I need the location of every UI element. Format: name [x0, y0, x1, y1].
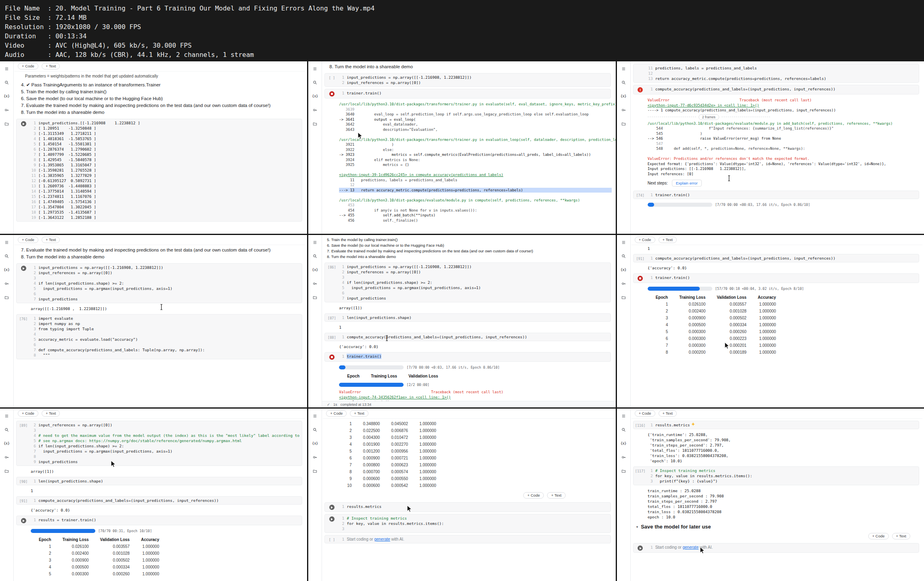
menu-icon[interactable] — [312, 239, 318, 245]
folder-icon[interactable] — [4, 120, 10, 127]
section-heading[interactable]: ▾Save the model for later use — [631, 520, 922, 531]
search-icon[interactable] — [620, 79, 627, 86]
add-text-button[interactable]: + Text — [42, 63, 60, 69]
folder-icon[interactable] — [620, 294, 627, 300]
code-cell[interactable]: [88]1compute_accuracy(predictions_and_la… — [324, 333, 610, 341]
variables-icon[interactable]: {x} — [312, 440, 318, 447]
code-cell[interactable]: 1input_predictions = np.array([[-1.21690… — [16, 263, 302, 303]
menu-icon[interactable] — [620, 239, 627, 245]
run-cell-button[interactable] — [329, 516, 335, 522]
variables-icon[interactable]: {x} — [312, 93, 318, 99]
stop-cell-button[interactable] — [638, 276, 643, 281]
add-code-button[interactable]: + Code — [18, 237, 38, 243]
search-icon[interactable] — [620, 426, 627, 433]
menu-icon[interactable] — [4, 65, 10, 72]
add-text-button[interactable]: + Text — [547, 492, 565, 499]
notebook-frame-1[interactable]: {x}+ Code+ TextParameters = weights/patt… — [0, 61, 307, 234]
code-cell[interactable]: 1results.metrics — [324, 502, 610, 512]
code-cell[interactable]: [91]1compute_accuracy(predictions_and_la… — [16, 496, 302, 505]
key-icon[interactable] — [312, 454, 318, 460]
run-cell-button[interactable] — [638, 545, 643, 551]
code-editor[interactable]: 1trainer.train() — [646, 275, 917, 281]
add-code-button[interactable]: + Code — [18, 63, 38, 69]
search-icon[interactable] — [312, 426, 318, 433]
add-text-button[interactable]: + Text — [42, 410, 60, 417]
code-cell[interactable]: 1trainer.train() — [324, 89, 610, 99]
code-editor[interactable]: 1input_predictions = np.array([[-1.21690… — [338, 75, 608, 85]
run-cell-button[interactable] — [21, 121, 26, 126]
code-editor[interactable]: 1len(input_predictions.shape) — [338, 315, 608, 320]
code-editor[interactable]: 1# Inspect training metrics2for key, val… — [646, 468, 917, 484]
menu-icon[interactable] — [312, 65, 318, 72]
search-icon[interactable] — [4, 79, 10, 86]
code-editor[interactable]: 11predictions, labels = predictions_and_… — [646, 65, 917, 81]
run-cell-button[interactable] — [21, 518, 26, 523]
add-text-button[interactable]: + Text — [892, 533, 910, 539]
add-code-button[interactable]: + Code — [18, 410, 38, 417]
code-editor[interactable]: 1trainer.train() — [646, 192, 917, 197]
folder-icon[interactable] — [4, 294, 10, 300]
code-cell[interactable]: [74]1trainer.train() — [633, 191, 919, 199]
variables-icon[interactable]: {x} — [620, 93, 627, 99]
explain-error-button[interactable]: Explain error — [672, 180, 702, 187]
code-editor[interactable]: 1input_predictions.[[-1.216908 1.2238812… — [29, 120, 300, 220]
folder-icon[interactable] — [312, 294, 318, 300]
menu-icon[interactable] — [4, 413, 10, 419]
code-cell[interactable]: [ ]1Start coding or generate with AI. — [324, 535, 610, 543]
code-cell[interactable]: 11predictions, labels = predictions_and_… — [633, 64, 919, 83]
code-editor[interactable]: 1input_predictions = np.array([[-1.21690… — [338, 264, 608, 301]
code-cell[interactable]: 1trainer.train() — [633, 273, 919, 283]
code-cell[interactable]: [86]1input_predictions = np.array([[-1.2… — [324, 262, 610, 302]
add-code-button[interactable]: + Code — [635, 237, 655, 243]
notebook-frame-2[interactable]: {x}8. Turn the model into a shareable de… — [308, 61, 615, 234]
add-text-button[interactable]: + Text — [659, 410, 677, 417]
search-icon[interactable] — [4, 426, 10, 433]
stop-cell-button[interactable] — [329, 354, 335, 360]
variables-icon[interactable]: {x} — [620, 440, 627, 447]
add-code-button[interactable]: + Code — [635, 410, 655, 417]
folder-icon[interactable] — [620, 120, 627, 127]
search-icon[interactable] — [4, 253, 10, 259]
notebook-frame-8[interactable]: {x}+ Code+ Text10.3488000.0450021.000000… — [308, 409, 615, 581]
variables-icon[interactable]: {x} — [4, 440, 10, 447]
code-cell[interactable]: [116]1results.metrics — [633, 421, 919, 429]
key-icon[interactable] — [312, 280, 318, 287]
run-cell-button[interactable] — [21, 266, 26, 271]
notebook-frame-5[interactable]: {x}5. Train the model by calling trainer… — [308, 235, 615, 407]
notebook-frame-9[interactable]: {x}+ Code+ Text[116]1results.metrics{'tr… — [617, 409, 924, 581]
variables-icon[interactable]: {x} — [620, 266, 627, 273]
notebook-frame-3[interactable]: {x}11predictions, labels = predictions_a… — [617, 61, 924, 234]
notebook-frame-6[interactable]: {x}+ Code+ Text1[91]1compute_accuracy(pr… — [617, 235, 924, 407]
code-cell[interactable]: [91]1compute_accuracy(predictions_and_la… — [633, 254, 919, 262]
key-icon[interactable] — [620, 454, 627, 460]
folder-icon[interactable] — [620, 468, 627, 474]
add-text-button[interactable]: + Text — [350, 410, 368, 417]
folder-icon[interactable] — [312, 120, 318, 127]
code-editor[interactable]: 2input_references = np.array([0])34# nee… — [29, 422, 300, 464]
add-code-button[interactable]: + Code — [326, 410, 347, 417]
code-cell[interactable]: [87]1len(input_predictions.shape) — [324, 313, 610, 322]
code-cell[interactable]: [ ]1input_predictions = np.array([[-1.21… — [324, 73, 610, 87]
search-icon[interactable] — [312, 253, 318, 259]
code-editor[interactable]: 1compute_accuracy(predictions_and_labels… — [646, 256, 917, 261]
code-editor[interactable]: 1trainer.train() — [338, 354, 608, 360]
search-icon[interactable] — [620, 253, 627, 259]
key-icon[interactable] — [4, 107, 10, 113]
add-code-button[interactable]: + Code — [523, 492, 544, 499]
key-icon[interactable] — [312, 107, 318, 113]
code-editor[interactable]: 1Start coding or generate with AI. — [338, 537, 608, 542]
generate-link[interactable]: generate — [374, 537, 390, 541]
code-cell[interactable]: [76]1import evaluate2import numpy as np3… — [16, 314, 302, 359]
key-icon[interactable] — [4, 280, 10, 287]
notebook-frame-4[interactable]: {x}+ Code+ Text7. Evaluate the trained m… — [0, 235, 307, 407]
code-editor[interactable]: 1results = trainer.train() — [29, 517, 300, 524]
code-editor[interactable]: 1compute_accuracy(predictions_and_labels… — [338, 334, 608, 340]
search-icon[interactable] — [312, 79, 318, 86]
code-editor[interactable]: 1compute_accuracy(predictions_and_labels… — [646, 86, 917, 93]
code-cell[interactable]: 1results = trainer.train() — [16, 516, 302, 525]
code-cell[interactable]: [90]1len(input_predictions.shape) — [16, 477, 302, 485]
stop-cell-button[interactable] — [329, 91, 335, 96]
code-editor[interactable]: 1input_predictions = np.array([[-1.21690… — [29, 265, 300, 302]
code-cell[interactable]: 1Start coding or generate with AI. — [633, 543, 919, 553]
code-cell[interactable]: 1trainer.train() — [324, 352, 610, 362]
